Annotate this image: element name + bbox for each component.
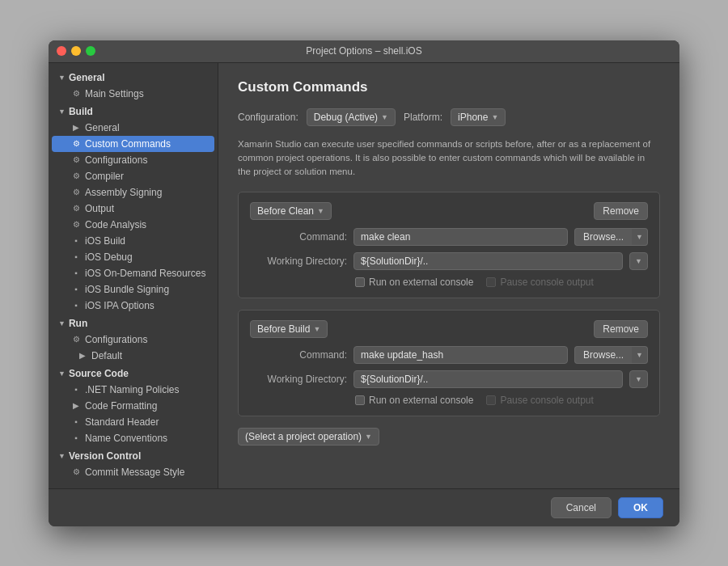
name-conventions-icon: ▪ bbox=[71, 433, 81, 442]
sidebar-item-run-default[interactable]: ▶ Default bbox=[49, 348, 218, 364]
maximize-button[interactable] bbox=[86, 46, 95, 56]
sidebar-item-compiler[interactable]: ⚙ Compiler bbox=[49, 168, 218, 184]
settings-icon: ⚙ bbox=[71, 89, 81, 98]
minimize-button[interactable] bbox=[71, 46, 81, 56]
command-input-2[interactable] bbox=[353, 346, 568, 364]
working-dir-row-1: Working Directory: ▼ bbox=[250, 252, 648, 270]
arrow-icon-version: ▼ bbox=[58, 452, 66, 460]
config-chevron-icon: ▼ bbox=[381, 113, 388, 121]
sidebar-item-ios-bundle[interactable]: ▪ iOS Bundle Signing bbox=[49, 281, 218, 298]
run-console-checkbox-1[interactable] bbox=[355, 277, 365, 287]
platform-label: Platform: bbox=[404, 112, 442, 123]
sidebar-group-general[interactable]: ▼ General bbox=[49, 70, 218, 86]
checkbox-row-1: Run on external console Pause console ou… bbox=[355, 277, 648, 288]
ios-on-demand-icon: ▪ bbox=[71, 268, 81, 277]
sidebar-item-name-conventions[interactable]: ▪ Name Conventions bbox=[49, 430, 218, 446]
output-icon: ⚙ bbox=[71, 204, 81, 213]
ios-ipa-icon: ▪ bbox=[71, 301, 81, 310]
run-console-checkbox-2[interactable] bbox=[355, 395, 365, 405]
main-window: Project Options – shell.iOS ▼ General ⚙ … bbox=[49, 40, 679, 526]
pause-console-label-1: Pause console output bbox=[500, 277, 593, 288]
pause-console-checkbox-1[interactable] bbox=[486, 277, 496, 287]
footer: Cancel OK bbox=[49, 488, 679, 526]
run-console-label-1: Run on external console bbox=[369, 277, 473, 288]
compiler-icon: ⚙ bbox=[71, 171, 81, 180]
run-default-icon: ▶ bbox=[78, 351, 87, 360]
add-command-dropdown[interactable]: (Select a project operation) ▼ bbox=[238, 428, 379, 446]
sidebar-item-assembly-signing[interactable]: ⚙ Assembly Signing bbox=[49, 184, 218, 201]
titlebar: Project Options – shell.iOS bbox=[49, 40, 679, 63]
type-chevron-icon-2: ▼ bbox=[313, 325, 320, 333]
sidebar-group-build[interactable]: ▼ Build bbox=[49, 103, 218, 120]
sidebar-item-commit[interactable]: ⚙ Commit Message Style bbox=[49, 464, 218, 480]
config-label: Configuration: bbox=[238, 112, 298, 123]
build-general-icon: ▶ bbox=[71, 123, 81, 132]
sidebar-item-build-general[interactable]: ▶ General bbox=[49, 120, 218, 136]
working-dir-arrow-2[interactable]: ▼ bbox=[629, 370, 648, 388]
traffic-lights bbox=[57, 46, 95, 56]
command-field-row-2: Command: Browse... ▼ bbox=[250, 346, 648, 364]
arrow-icon-run: ▼ bbox=[58, 319, 66, 327]
sidebar-item-main-settings[interactable]: ⚙ Main Settings bbox=[49, 86, 218, 102]
browse-group-1: Browse... ▼ bbox=[574, 228, 648, 246]
description: Xamarin Studio can execute user specifie… bbox=[238, 137, 660, 180]
sidebar-item-code-formatting[interactable]: ▶ Code Formatting bbox=[49, 398, 218, 414]
pause-console-checkbox-2[interactable] bbox=[486, 395, 496, 405]
working-dir-input-1[interactable] bbox=[353, 252, 623, 270]
browse-button-2[interactable]: Browse... bbox=[574, 346, 632, 364]
content-area: ▼ General ⚙ Main Settings ▼ Build ▶ Gene… bbox=[49, 63, 679, 488]
browse-button-1[interactable]: Browse... bbox=[574, 228, 632, 246]
remove-button-1[interactable]: Remove bbox=[594, 202, 648, 220]
command-block-1: Before Clean ▼ Remove Command: Browse...… bbox=[238, 192, 660, 298]
configuration-dropdown[interactable]: Debug (Active) ▼ bbox=[307, 108, 396, 126]
naming-icon: ▪ bbox=[71, 385, 81, 394]
arrow-icon: ▼ bbox=[58, 74, 66, 82]
cancel-button[interactable]: Cancel bbox=[551, 497, 612, 518]
standard-header-icon: ▪ bbox=[71, 417, 81, 426]
command-type-dropdown-2[interactable]: Before Build ▼ bbox=[250, 320, 328, 338]
command-input-1[interactable] bbox=[353, 228, 568, 246]
sidebar-group-source[interactable]: ▼ Source Code bbox=[49, 365, 218, 382]
ios-debug-icon: ▪ bbox=[71, 252, 81, 261]
type-chevron-icon-1: ▼ bbox=[317, 207, 324, 215]
sidebar-item-naming[interactable]: ▪ .NET Naming Policies bbox=[49, 382, 218, 398]
pause-console-item-1: Pause console output bbox=[486, 277, 593, 288]
sidebar-item-configurations[interactable]: ⚙ Configurations bbox=[49, 152, 218, 168]
pause-console-label-2: Pause console output bbox=[500, 395, 593, 406]
command-label-2: Command: bbox=[250, 349, 347, 361]
sidebar-item-run-configs[interactable]: ⚙ Configurations bbox=[49, 332, 218, 348]
sidebar-item-ios-debug[interactable]: ▪ iOS Debug bbox=[49, 249, 218, 265]
sidebar-group-run-label: Run bbox=[69, 318, 87, 329]
browse-arrow-2[interactable]: ▼ bbox=[632, 346, 648, 364]
sidebar-item-ios-on-demand[interactable]: ▪ iOS On-Demand Resources bbox=[49, 265, 218, 281]
command-block-1-header: Before Clean ▼ Remove bbox=[250, 202, 648, 220]
command-type-dropdown-1[interactable]: Before Clean ▼ bbox=[250, 202, 332, 220]
sidebar-group-source-label: Source Code bbox=[69, 368, 129, 379]
run-console-item-1: Run on external console bbox=[355, 277, 473, 288]
close-button[interactable] bbox=[57, 46, 66, 56]
command-block-2-header: Before Build ▼ Remove bbox=[250, 320, 648, 338]
sidebar-section-build: ▼ Build ▶ General ⚙ Custom Commands ⚙ Co… bbox=[49, 103, 218, 314]
command-field-row-1: Command: Browse... ▼ bbox=[250, 228, 648, 246]
sidebar-item-code-analysis[interactable]: ⚙ Code Analysis bbox=[49, 217, 218, 233]
working-dir-arrow-1[interactable]: ▼ bbox=[629, 252, 648, 270]
command-block-2: Before Build ▼ Remove Command: Browse...… bbox=[238, 310, 660, 416]
browse-arrow-1[interactable]: ▼ bbox=[632, 228, 648, 246]
sidebar-item-output[interactable]: ⚙ Output bbox=[49, 201, 218, 217]
config-row: Configuration: Debug (Active) ▼ Platform… bbox=[238, 108, 660, 126]
working-dir-input-2[interactable] bbox=[353, 370, 623, 388]
sidebar-group-run[interactable]: ▼ Run bbox=[49, 315, 218, 332]
sidebar-item-custom-commands[interactable]: ⚙ Custom Commands bbox=[52, 136, 214, 152]
sidebar-item-ios-build[interactable]: ▪ iOS Build bbox=[49, 233, 218, 249]
sidebar-item-ios-ipa[interactable]: ▪ iOS IPA Options bbox=[49, 298, 218, 314]
sidebar-group-version[interactable]: ▼ Version Control bbox=[49, 448, 218, 464]
ok-button[interactable]: OK bbox=[618, 497, 663, 518]
ios-build-icon: ▪ bbox=[71, 236, 81, 245]
commit-icon: ⚙ bbox=[71, 467, 81, 476]
add-chevron-icon: ▼ bbox=[365, 433, 372, 441]
working-dir-label-2: Working Directory: bbox=[250, 374, 347, 385]
sidebar-item-standard-header[interactable]: ▪ Standard Header bbox=[49, 414, 218, 430]
custom-commands-icon: ⚙ bbox=[71, 139, 81, 148]
platform-dropdown[interactable]: iPhone ▼ bbox=[451, 108, 506, 126]
remove-button-2[interactable]: Remove bbox=[594, 320, 648, 338]
